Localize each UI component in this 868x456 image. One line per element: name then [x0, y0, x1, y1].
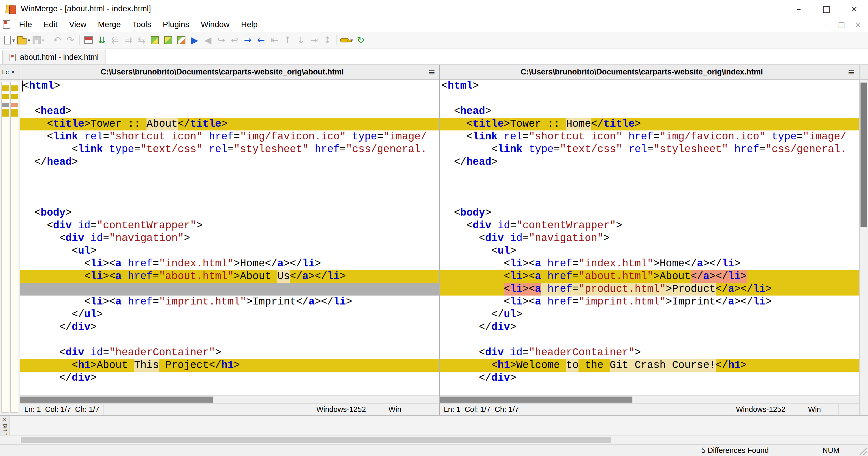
- code-line[interactable]: [440, 194, 859, 207]
- code-line[interactable]: <div id="navigation">: [20, 232, 439, 245]
- code-line[interactable]: [20, 194, 439, 207]
- code-line[interactable]: [20, 92, 439, 105]
- options-button[interactable]: [82, 33, 95, 47]
- code-line[interactable]: </div>: [440, 321, 859, 334]
- code-line[interactable]: <head>: [20, 105, 439, 118]
- next-difference-file-button[interactable]: ▶: [188, 33, 201, 47]
- menu-window[interactable]: Window: [195, 17, 235, 32]
- code-line[interactable]: [440, 334, 859, 346]
- auto-merge-button[interactable]: [148, 33, 161, 47]
- code-line[interactable]: [440, 92, 859, 105]
- code-line[interactable]: [440, 169, 859, 181]
- tab-about-index[interactable]: about.html - index.html: [2, 50, 106, 64]
- code-line[interactable]: <div id="contentWrapper">: [20, 219, 439, 232]
- first-difference-button[interactable]: ⇤: [268, 33, 281, 47]
- mdi-minimize-button[interactable]: –: [825, 20, 828, 29]
- prev-difference-file-button[interactable]: ◀: [201, 33, 215, 47]
- resize-grip[interactable]: [857, 446, 867, 455]
- mdi-restore-button[interactable]: □: [838, 20, 845, 29]
- code-line[interactable]: <html>: [20, 80, 439, 92]
- menu-edit[interactable]: Edit: [38, 17, 63, 32]
- code-line[interactable]: </div>: [20, 321, 439, 334]
- bottom-scrollbar-thumb[interactable]: [21, 437, 611, 443]
- code-line[interactable]: <head>: [440, 105, 859, 118]
- merge-mode-button[interactable]: [161, 33, 175, 47]
- code-line-diff[interactable]: <h1>Welcome to the Git Crash Course!</h1…: [440, 359, 859, 372]
- code-line[interactable]: <li><a href="imprint.html">Imprint</a></…: [20, 295, 439, 308]
- close-button[interactable]: ×: [840, 0, 868, 17]
- vertical-scrollbar[interactable]: [859, 65, 868, 415]
- code-line[interactable]: </div>: [20, 372, 439, 384]
- pane-menu-button-right[interactable]: ≡: [844, 67, 859, 77]
- code-line[interactable]: <body>: [440, 207, 859, 219]
- previous-difference-button[interactable]: ↑: [281, 33, 294, 47]
- horizontal-scrollbar-left[interactable]: [20, 395, 439, 403]
- menu-plugins[interactable]: Plugins: [157, 17, 195, 32]
- diff-pane-close-button[interactable]: ×: [3, 416, 7, 423]
- new-button[interactable]: ▾: [3, 33, 16, 47]
- code-line[interactable]: [20, 334, 439, 346]
- menu-help[interactable]: Help: [235, 17, 264, 32]
- menu-merge[interactable]: Merge: [92, 17, 127, 32]
- location-pane-close-button[interactable]: ×: [11, 68, 15, 76]
- code-line[interactable]: <li><a href="imprint.html">Imprint</a></…: [440, 295, 859, 308]
- code-line[interactable]: [20, 181, 439, 194]
- horizontal-scrollbar-thumb-left[interactable]: [20, 397, 213, 403]
- code-line[interactable]: <div id="navigation">: [440, 232, 859, 245]
- location-bar-right[interactable]: [10, 82, 18, 413]
- menu-tools[interactable]: Tools: [127, 17, 157, 32]
- pane-menu-button-left[interactable]: ≡: [424, 67, 439, 77]
- restore-button[interactable]: □: [813, 0, 840, 17]
- code-line-diff[interactable]: <li><a href="product.html">Product</a></…: [440, 283, 859, 295]
- horizontal-scrollbar-right[interactable]: [440, 395, 859, 403]
- code-line[interactable]: </ul>: [20, 308, 439, 321]
- open-button[interactable]: ▾: [16, 33, 31, 47]
- show-moved-blocks-button[interactable]: [175, 33, 188, 47]
- current-difference-button[interactable]: ↕: [321, 33, 334, 47]
- redo-button[interactable]: ↷: [64, 33, 77, 47]
- copy-all-right-button[interactable]: ⇉: [122, 33, 135, 47]
- next-difference-button[interactable]: ↓: [294, 33, 307, 47]
- code-line[interactable]: [20, 169, 439, 181]
- refresh-button[interactable]: ↻: [354, 33, 367, 47]
- minimize-button[interactable]: –: [785, 0, 813, 17]
- bottom-scrollbar[interactable]: [0, 435, 868, 445]
- menu-file[interactable]: File: [13, 17, 38, 32]
- code-line[interactable]: <ul>: [20, 245, 439, 257]
- code-line[interactable]: <div id="headerContainer">: [20, 346, 439, 359]
- code-line[interactable]: </ul>: [440, 308, 859, 321]
- code-line[interactable]: <div id="headerContainer">: [440, 346, 859, 359]
- file-header-left[interactable]: C:\Users\brunobrito\Documents\carparts-w…: [20, 65, 439, 80]
- save-button[interactable]: ▾: [31, 33, 45, 47]
- code-line[interactable]: <link rel="shortcut icon" href="img/favi…: [20, 131, 439, 143]
- file-header-right[interactable]: C:\Users\brunobrito\Documents\carparts-w…: [440, 65, 859, 80]
- plugins-button[interactable]: ▾: [339, 33, 354, 47]
- swap-panes-button[interactable]: ⇆: [135, 33, 148, 47]
- code-line[interactable]: <body>: [20, 207, 439, 219]
- code-editor-right[interactable]: <html> <head> <title>Tower :: Home</titl…: [440, 80, 859, 395]
- code-line[interactable]: <li><a href="index.html">Home</a></li>: [440, 257, 859, 270]
- code-line[interactable]: <li><a href="index.html">Home</a></li>: [20, 257, 439, 270]
- vertical-scrollbar-thumb[interactable]: [861, 83, 867, 227]
- code-line[interactable]: <ul>: [440, 245, 859, 257]
- code-line[interactable]: </head>: [20, 156, 439, 169]
- code-line[interactable]: </head>: [440, 156, 859, 169]
- copy-right-button[interactable]: →: [241, 33, 254, 47]
- new-dropdown[interactable]: ▾: [12, 37, 15, 43]
- code-line-diff[interactable]: <title>Tower :: About</title>: [20, 118, 439, 131]
- menu-view[interactable]: View: [63, 17, 92, 32]
- code-line-diff[interactable]: <h1>About This Project</h1>: [20, 359, 439, 372]
- jump-back-button[interactable]: ↩: [228, 33, 241, 47]
- horizontal-scrollbar-thumb-right[interactable]: [440, 397, 632, 403]
- code-line-deleted[interactable]: [20, 283, 439, 295]
- code-line-diff[interactable]: <li><a href="about.html">About Us</a></l…: [20, 270, 439, 283]
- code-line-diff[interactable]: <li><a href="about.html">About</a></li>: [440, 270, 859, 283]
- code-line[interactable]: <link rel="shortcut icon" href="img/favi…: [440, 131, 859, 143]
- code-line[interactable]: <link type="text/css" rel="stylesheet" h…: [20, 143, 439, 156]
- code-line[interactable]: [440, 181, 859, 194]
- copy-all-left-button[interactable]: ⇇: [108, 33, 122, 47]
- code-editor-left[interactable]: <html> <head> <title>Tower :: About</tit…: [20, 80, 439, 395]
- last-difference-button[interactable]: ⇥: [307, 33, 321, 47]
- code-line[interactable]: <div id="contentWrapper">: [440, 219, 859, 232]
- jump-forward-button[interactable]: ↪: [215, 33, 228, 47]
